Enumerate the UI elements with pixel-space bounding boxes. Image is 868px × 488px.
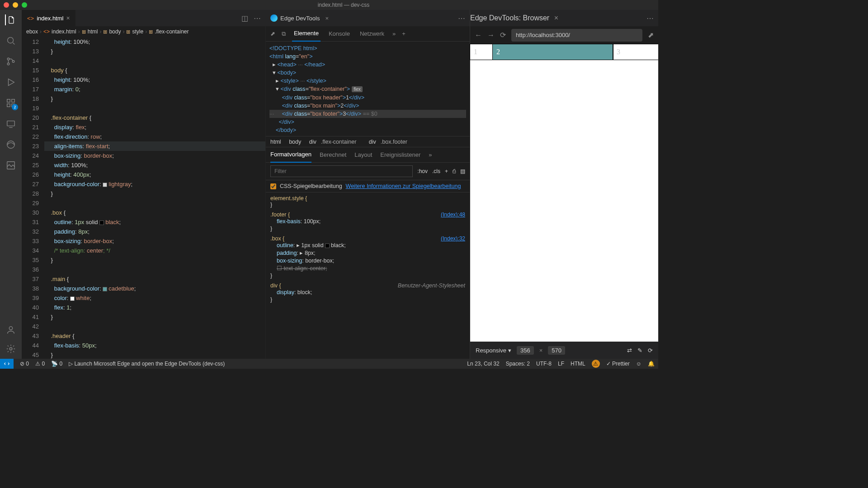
browser-viewport[interactable]: 1 2 3 <box>470 44 658 342</box>
tab-label: index.html <box>37 15 63 22</box>
explorer-icon[interactable] <box>5 14 16 25</box>
svg-point-9 <box>7 141 15 149</box>
language-mode[interactable]: HTML <box>571 361 585 367</box>
viewport-width[interactable]: 356 <box>517 346 534 355</box>
chevron-right-icon[interactable]: » <box>429 151 432 158</box>
account-icon[interactable] <box>5 324 16 335</box>
css-mirror-row: CSS-Spiegelbearbeitung Weitere Informati… <box>266 180 470 192</box>
dom-tree[interactable]: <!DOCTYPE html> <html lang="en"> ▸ <head… <box>266 42 470 136</box>
svg-rect-8 <box>7 121 15 126</box>
ports-count[interactable]: 📡 0 <box>51 361 62 367</box>
devtools-panel: Edge DevTools × ⋯ ⬈ ⧉ Elemente Konsole N… <box>266 10 470 359</box>
remote-indicator[interactable] <box>0 359 14 369</box>
edge-tools-icon[interactable] <box>5 139 16 150</box>
cursor-pos[interactable]: Ln 23, Col 32 <box>467 361 499 367</box>
tab-index-html[interactable]: <> index.html × <box>22 10 76 26</box>
code-editor[interactable]: 1213141516171819202122232425262728293031… <box>22 37 265 359</box>
tab-layout[interactable]: Layout <box>354 151 372 158</box>
source-control-icon[interactable] <box>5 56 16 67</box>
preview-box-1: 1 <box>470 44 493 60</box>
editor-group: <> index.html × ◫ ⋯ ebox› <>index.html› … <box>22 10 266 359</box>
svg-rect-6 <box>7 104 10 107</box>
editor-actions: ◫ ⋯ <box>241 14 265 23</box>
zoom-window[interactable] <box>22 2 27 8</box>
coverage-icon[interactable]: ✎ <box>637 347 642 354</box>
svg-point-0 <box>8 38 14 43</box>
more-icon[interactable]: ⋯ <box>646 14 654 23</box>
indent[interactable]: Spaces: 2 <box>506 361 530 367</box>
tab-elemente[interactable]: Elemente <box>292 26 321 42</box>
hov-toggle[interactable]: :hov <box>417 168 428 174</box>
breadcrumb[interactable]: ebox› <>index.html› ⊞html› ⊞body› ⊞style… <box>22 26 265 37</box>
dom-crumbs[interactable]: html body div.flex-container div.box.foo… <box>266 136 470 147</box>
svg-point-2 <box>7 63 9 65</box>
tab-formatvorlagen[interactable]: Formatvorlagen <box>270 147 311 163</box>
gallery-icon[interactable] <box>5 160 16 171</box>
viewport-height[interactable]: 570 <box>548 346 565 355</box>
errors-count[interactable]: ⊘ 0 <box>20 361 29 367</box>
inspect-icon[interactable]: ⬈ <box>270 30 275 37</box>
html-file-icon: <> <box>27 15 34 22</box>
warnings-count[interactable]: ⚠ 0 <box>35 361 45 367</box>
tab-edge-devtools[interactable]: Edge DevTools × <box>266 10 333 26</box>
eol[interactable]: LF <box>558 361 564 367</box>
svg-point-1 <box>7 58 9 60</box>
responsive-bar: Responsive ▾ 356 × 570 ⇄ ✎ ⟳ <box>470 342 658 359</box>
add-tab-icon[interactable]: + <box>402 30 406 37</box>
run-debug-icon[interactable] <box>5 77 16 88</box>
titlebar: index.html — dev-css <box>0 0 658 10</box>
css-mirror-checkbox[interactable] <box>270 183 276 189</box>
more-icon[interactable]: ⋯ <box>458 14 465 23</box>
extensions-icon[interactable] <box>5 98 16 108</box>
notifications-icon[interactable]: 🔔 <box>648 361 655 367</box>
styles-filter-input[interactable] <box>270 165 413 177</box>
warn-badge[interactable]: ⚠ <box>592 360 600 368</box>
tab-netzwerk[interactable]: Netzwerk <box>358 26 386 42</box>
svg-rect-4 <box>7 99 10 102</box>
editor-tabbar: <> index.html × ◫ ⋯ <box>22 10 265 26</box>
screenshot-icon[interactable]: ⟳ <box>648 347 653 354</box>
more-icon[interactable]: ⋯ <box>254 14 261 23</box>
devtools-toolbar: ⬈ ⧉ Elemente Konsole Netzwerk » + <box>266 26 470 42</box>
styles-body[interactable]: element.style {} .footer {(Index):48 fle… <box>266 192 470 359</box>
back-icon[interactable]: ← <box>475 31 482 39</box>
encoding[interactable]: UTF-8 <box>536 361 552 367</box>
tab-konsole[interactable]: Konsole <box>327 26 352 42</box>
browser-toolbar: ← → ⟳ http://localhost:3000/ ⬈ <box>470 26 658 44</box>
chevron-right-icon[interactable]: » <box>392 30 396 37</box>
close-icon[interactable]: × <box>554 14 558 22</box>
settings-gear-icon[interactable] <box>5 343 16 354</box>
device-select[interactable]: Responsive ▾ <box>476 347 511 354</box>
forward-icon[interactable]: → <box>487 31 495 39</box>
launch-hint[interactable]: ▷ Launch Microsoft Edge and open the Edg… <box>69 361 225 367</box>
rotate-icon[interactable]: ⇄ <box>627 347 632 354</box>
tab-ereignis[interactable]: Ereignislistener <box>380 151 420 158</box>
svg-rect-7 <box>12 104 14 107</box>
search-icon[interactable] <box>5 35 16 46</box>
computed-icon[interactable]: ⎙ <box>453 168 456 174</box>
new-rule-icon[interactable]: + <box>445 168 448 174</box>
traffic-lights <box>4 2 27 8</box>
split-editor-icon[interactable]: ◫ <box>241 14 248 23</box>
remote-icon[interactable] <box>5 118 16 129</box>
css-mirror-link[interactable]: Weitere Informationen zur Spiegelbearbei… <box>346 183 461 189</box>
close-icon[interactable]: × <box>325 15 329 22</box>
preview-box-3: 3 <box>613 44 658 60</box>
cls-toggle[interactable]: .cls <box>432 168 440 174</box>
reload-icon[interactable]: ⟳ <box>500 31 506 39</box>
close-icon[interactable]: × <box>66 14 70 22</box>
device-icon[interactable]: ⧉ <box>282 30 286 38</box>
statusbar: ⊘ 0 ⚠ 0 📡 0 ▷ Launch Microsoft Edge and … <box>0 359 658 369</box>
tab-berechnet[interactable]: Berechnet <box>320 151 346 158</box>
styles-tabbar: Formatvorlagen Berechnet Layout Ereignis… <box>266 147 470 163</box>
url-field[interactable]: http://localhost:3000/ <box>511 29 642 42</box>
minimize-window[interactable] <box>13 2 18 8</box>
inspect-page-icon[interactable]: ⬈ <box>648 31 654 39</box>
prettier-status[interactable]: ✓ Prettier <box>606 361 630 367</box>
svg-point-3 <box>12 61 14 63</box>
close-window[interactable] <box>4 2 9 8</box>
feedback-icon[interactable]: ☺ <box>636 361 642 367</box>
layout-panel-icon[interactable]: ▤ <box>460 168 465 174</box>
tab-edge-browser[interactable]: Edge DevTools: Browser × <box>470 14 558 22</box>
edge-icon <box>270 14 278 22</box>
